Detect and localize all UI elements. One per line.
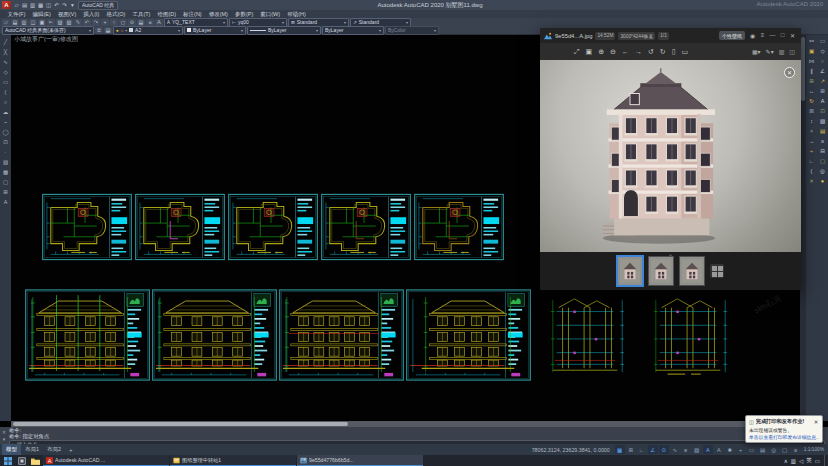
- isolate-objects-icon[interactable]: ◎: [769, 445, 779, 454]
- match-properties-icon[interactable]: ✎: [74, 19, 82, 26]
- menu-item[interactable]: 修改(M): [205, 10, 231, 18]
- erase-icon[interactable]: ✄: [807, 37, 816, 45]
- layers-icon[interactable]: ≡: [146, 19, 154, 26]
- menu-item[interactable]: 编辑(E): [29, 10, 54, 18]
- delete-icon[interactable]: ▯: [672, 48, 676, 56]
- polar-toggle[interactable]: ∠: [648, 445, 658, 454]
- close-icon[interactable]: ✕: [788, 32, 797, 39]
- workspace-chip[interactable]: AutoCAD 经典: [78, 1, 118, 10]
- save-icon[interactable]: ▥: [29, 1, 36, 9]
- file-explorer-button[interactable]: [29, 455, 42, 466]
- polygon-icon[interactable]: ◇: [1, 68, 10, 76]
- tray-note-icon[interactable]: ▭: [815, 458, 820, 464]
- rotate-left-icon[interactable]: ↺: [648, 48, 654, 56]
- vscroll-thumb[interactable]: [801, 37, 805, 101]
- new-file-icon[interactable]: ▱: [13, 1, 20, 9]
- tray-volume-icon[interactable]: ◁: [799, 458, 803, 464]
- lineweight-toggle[interactable]: ≡: [681, 445, 691, 454]
- measure-icon[interactable]: ≡: [818, 137, 827, 145]
- layer-states-icon[interactable]: ▤: [104, 27, 112, 34]
- thumbnail-3[interactable]: [679, 256, 705, 286]
- osnap-toggle[interactable]: ⊙: [659, 445, 669, 454]
- region2-icon[interactable]: ▢: [818, 157, 827, 165]
- taskbar-app-folder[interactable]: 图纸整理中转站1: [170, 455, 296, 466]
- line-icon[interactable]: ╱: [1, 38, 10, 46]
- rectangle-icon[interactable]: ▭: [1, 78, 10, 86]
- annotation-visibility-toggle[interactable]: A: [703, 445, 713, 454]
- osnap-settings-icon[interactable]: ●: [818, 177, 827, 185]
- taskbar-app-viewer[interactable]: 9e55d4776b6b5d...: [297, 455, 423, 466]
- undo-icon[interactable]: ↶: [83, 19, 91, 26]
- plot-preview-icon[interactable]: ▣: [38, 19, 46, 26]
- maximize-icon[interactable]: □: [778, 32, 787, 39]
- menu-item[interactable]: 参数(P): [231, 10, 256, 18]
- layout-tab-布局1[interactable]: 布局1: [21, 444, 43, 455]
- stretch-icon[interactable]: ↕: [807, 117, 816, 125]
- collapse-thumbs-icon[interactable]: ⌄: [668, 252, 673, 257]
- taskbar-app-autocad[interactable]: AAutodesk AutoCAD ...: [43, 455, 169, 466]
- save-icon[interactable]: ▥: [20, 19, 28, 26]
- dim-angular-icon[interactable]: ∠: [818, 67, 827, 75]
- fullscreen-icon[interactable]: ⤢: [574, 48, 580, 56]
- layer-combo[interactable]: ● ○ ▪ A2 ▾: [113, 26, 183, 35]
- grid-toggle[interactable]: ▦: [615, 445, 625, 454]
- hatch-icon[interactable]: ▨: [1, 158, 10, 166]
- menu-item[interactable]: 文件(F): [4, 10, 29, 18]
- revision-cloud-icon[interactable]: ☁: [1, 108, 10, 116]
- trim-icon[interactable]: ×: [807, 127, 816, 135]
- move-icon[interactable]: ↔: [807, 87, 816, 95]
- rotate-right-icon[interactable]: ↻: [660, 48, 666, 56]
- copy-icon[interactable]: ▨: [56, 19, 64, 26]
- hatch2-icon[interactable]: ▨: [818, 117, 827, 125]
- polyline-icon[interactable]: ∿: [1, 58, 10, 66]
- annotation-autoscale-toggle[interactable]: A: [714, 445, 724, 454]
- rotate-icon[interactable]: ↻: [807, 97, 816, 105]
- scale-icon[interactable]: ⊠: [807, 107, 816, 115]
- arc-icon[interactable]: (: [1, 88, 10, 96]
- copy-object-icon[interactable]: ▣: [807, 47, 816, 55]
- otrack-toggle[interactable]: ∿: [670, 445, 680, 454]
- layout-tab-布局2[interactable]: 布局2: [43, 444, 65, 455]
- menu-item[interactable]: 工具(T): [129, 10, 154, 18]
- save-as-icon[interactable]: ▥: [779, 48, 785, 55]
- prev-image-icon[interactable]: ←: [622, 48, 629, 56]
- customization-icon[interactable]: ≡: [791, 445, 801, 454]
- array-icon[interactable]: ⊞: [807, 77, 816, 85]
- chamfer-icon[interactable]: ∟: [807, 157, 816, 165]
- break-icon[interactable]: ÷: [807, 147, 816, 155]
- menu-item[interactable]: 绘图(D): [154, 10, 180, 18]
- workspace-switch-icon[interactable]: ✱: [725, 445, 735, 454]
- redo-icon[interactable]: ↷: [92, 19, 100, 26]
- ortho-toggle[interactable]: ∟: [637, 445, 647, 454]
- tray-ime-icon[interactable]: 英: [806, 457, 812, 464]
- hamburger-menu-icon[interactable]: ≡: [758, 32, 767, 39]
- divide-icon[interactable]: ⊟: [818, 147, 827, 155]
- menu-item[interactable]: 标注(N): [180, 10, 206, 18]
- clean-screen-icon[interactable]: ▢: [780, 445, 790, 454]
- offset-icon[interactable]: ∥: [807, 67, 816, 75]
- autocad-logo-icon[interactable]: A: [2, 1, 11, 9]
- menu-item[interactable]: 格式(O): [103, 10, 129, 18]
- mirror-icon[interactable]: ⋈: [807, 57, 816, 65]
- undo-icon[interactable]: ↶: [53, 1, 60, 9]
- multiline-text-icon[interactable]: A: [1, 198, 10, 206]
- region-icon[interactable]: ▢: [1, 178, 10, 186]
- workspace-combo[interactable]: AutoCAD 经典界面(未保存) ▾: [2, 26, 94, 35]
- mobile-transfer-icon[interactable]: ▭: [682, 48, 689, 56]
- plot-icon[interactable]: ◫: [45, 1, 52, 9]
- leader-icon[interactable]: ↗: [818, 77, 827, 85]
- thumbnail-grid-button[interactable]: [710, 264, 724, 278]
- photo-view-area[interactable]: ✕: [540, 60, 801, 252]
- dim-aligned-icon[interactable]: ◇: [818, 47, 827, 55]
- annotation-monitor-icon[interactable]: +: [736, 445, 746, 454]
- redo-icon[interactable]: ↷: [61, 1, 68, 9]
- user-avatar-icon[interactable]: ◉: [748, 32, 757, 39]
- image-tools-menu[interactable]: ▦▾: [752, 48, 761, 55]
- layout-tab-+[interactable]: +: [65, 444, 76, 455]
- circle-icon[interactable]: ○: [1, 98, 10, 106]
- construction-line-icon[interactable]: ╳: [1, 48, 10, 56]
- layer-properties-icon[interactable]: ≣: [95, 27, 103, 34]
- lineweight-combo[interactable]: ByLayer ▾: [322, 26, 384, 35]
- extend-icon[interactable]: →: [807, 137, 816, 145]
- notification-link[interactable]: 单击以查看打印和发布详细信息...: [749, 434, 819, 440]
